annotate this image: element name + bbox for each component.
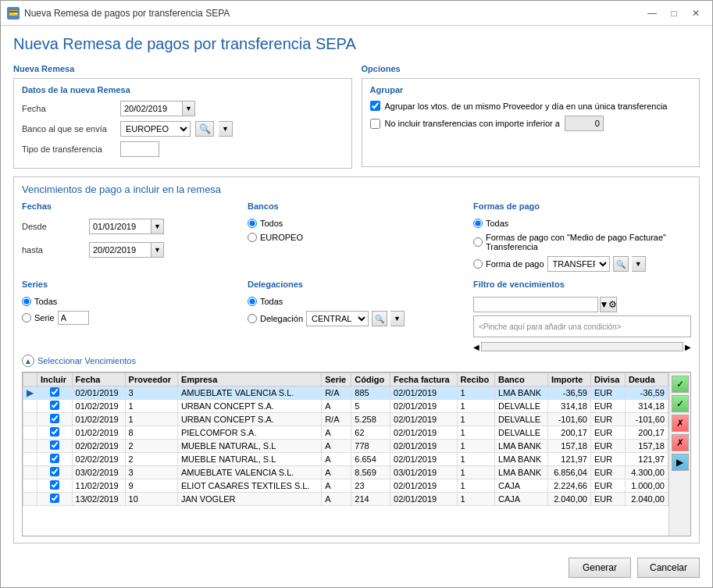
play-btn[interactable]: ▶ bbox=[672, 454, 689, 471]
agrupar-checkbox[interactable] bbox=[370, 101, 380, 111]
opciones-label: Opciones bbox=[362, 64, 701, 73]
filtro-combo: ▼⚙ bbox=[473, 297, 691, 312]
incluir-checkbox[interactable] bbox=[50, 401, 59, 410]
generar-button[interactable]: Generar bbox=[569, 558, 631, 578]
serie-radio[interactable] bbox=[22, 313, 31, 323]
title-bar-controls: — □ ✕ bbox=[642, 5, 706, 21]
forma-facturae-label: Formas de pago con "Medio de pago Factur… bbox=[486, 233, 691, 251]
serie-label: Serie bbox=[34, 313, 55, 323]
desde-input[interactable] bbox=[89, 219, 152, 234]
main-window: 💳 Nueva Remesa de pagos por transferenci… bbox=[0, 0, 713, 588]
incluir-checkbox[interactable] bbox=[50, 414, 59, 423]
vencimientos-table: Incluir Fecha Proveedor Empresa Serie Có… bbox=[23, 372, 668, 506]
table-row[interactable]: 01/02/20191URBAN CONCEPT S.A.A502/01/201… bbox=[23, 400, 668, 413]
col-divisa: Divisa bbox=[590, 373, 625, 387]
forma-pago-row: Forma de pago TRANSFER. 🔍 ▼ bbox=[473, 256, 691, 272]
deleg-search-btn[interactable]: 🔍 bbox=[372, 311, 387, 326]
scroll-left-btn[interactable]: ◀ bbox=[473, 343, 479, 351]
filtro-filter-btn[interactable]: ▼⚙ bbox=[600, 297, 617, 312]
maximize-button[interactable]: □ bbox=[664, 5, 684, 21]
forma-dropdown-btn[interactable]: ▼ bbox=[632, 256, 646, 272]
banco-dropdown-btn[interactable]: ▼ bbox=[219, 121, 233, 137]
table-row[interactable]: ▶02/01/20193AMUEBLATE VALENCIA S.L.R/A88… bbox=[23, 387, 668, 400]
deleg-label: Delegación bbox=[260, 314, 303, 323]
table-row[interactable]: 02/02/20192MUEBLE NATURAL, S.LA77802/01/… bbox=[23, 440, 668, 453]
hasta-input[interactable] bbox=[89, 242, 152, 258]
tipo-input[interactable] bbox=[120, 141, 159, 157]
desde-dropdown[interactable]: ▼ bbox=[152, 219, 164, 234]
deleg-dropdown-btn[interactable]: ▼ bbox=[390, 311, 405, 326]
table-row[interactable]: 02/02/20192MUEBLE NATURAL, S.LA6.65402/0… bbox=[23, 453, 668, 466]
serie-input[interactable] bbox=[58, 311, 89, 325]
col-serie: Serie bbox=[322, 373, 351, 387]
no-incluir-checkbox[interactable] bbox=[370, 119, 380, 129]
cancelar-button[interactable]: Cancelar bbox=[637, 558, 700, 578]
table-area: Incluir Fecha Proveedor Empresa Serie Có… bbox=[22, 372, 691, 536]
forma-facturae-radio[interactable] bbox=[473, 237, 483, 247]
deleg-todas-radio[interactable] bbox=[248, 297, 257, 306]
incluir-checkbox[interactable] bbox=[50, 454, 59, 463]
forma-todas-row: Todas bbox=[473, 219, 691, 228]
window-icon: 💳 bbox=[7, 7, 20, 20]
banco-todos-radio[interactable] bbox=[248, 219, 257, 228]
checkbox1-row: Agrupar los vtos. de un mismo Proveedor … bbox=[370, 101, 692, 111]
col-deuda: Deuda bbox=[625, 373, 668, 387]
check-all-btn[interactable]: ✓ bbox=[672, 376, 689, 393]
deleg-radio[interactable] bbox=[248, 314, 257, 323]
col-importe: Importe bbox=[547, 373, 590, 387]
series-group: Series Todas Serie bbox=[22, 280, 240, 351]
expand-icon: ▲ bbox=[22, 355, 34, 367]
forma-pago-select[interactable]: TRANSFER. bbox=[547, 256, 610, 272]
series-title: Series bbox=[22, 280, 240, 289]
uncheck-one-btn[interactable]: ✗ bbox=[672, 434, 689, 451]
forma-todas-radio[interactable] bbox=[473, 219, 483, 228]
banco-search-btn[interactable]: 🔍 bbox=[195, 121, 214, 137]
top-section: Nueva Remesa Datos de la nueva Remesa Fe… bbox=[13, 64, 700, 169]
scroll-right-btn[interactable]: ▶ bbox=[685, 343, 691, 351]
forma-facturae-row: Formas de pago con "Medio de pago Factur… bbox=[473, 233, 691, 251]
forma-search-btn[interactable]: 🔍 bbox=[613, 256, 629, 272]
fecha-input[interactable] bbox=[120, 101, 183, 116]
close-button[interactable]: ✕ bbox=[686, 5, 706, 21]
incluir-checkbox[interactable] bbox=[50, 387, 59, 397]
table-row[interactable]: 13/02/201910JAN VOGLERA21402/01/20191CAJ… bbox=[23, 493, 668, 506]
filtro-input[interactable] bbox=[473, 297, 598, 312]
serie-todas-radio[interactable] bbox=[22, 297, 31, 306]
desde-wrapper: ▼ bbox=[89, 219, 164, 234]
title-bar-left: 💳 Nueva Remesa de pagos por transferenci… bbox=[7, 7, 230, 20]
importe-min-input[interactable] bbox=[565, 116, 604, 131]
table-row[interactable]: 11/02/20199ELIOT CASARES TEXTILES S.L.A2… bbox=[23, 479, 668, 493]
uncheck-all-btn[interactable]: ✗ bbox=[672, 415, 689, 432]
incluir-checkbox[interactable] bbox=[50, 467, 59, 476]
col-codigo: Código bbox=[351, 373, 390, 387]
banco-select[interactable]: EUROPEO bbox=[120, 121, 191, 137]
formas-title: Formas de pago bbox=[473, 201, 691, 211]
banco-europeo-row: EUROPEO bbox=[248, 233, 465, 242]
filters-grid: Fechas Desde ▼ hasta ▼ bbox=[22, 201, 691, 273]
incluir-checkbox[interactable] bbox=[50, 427, 59, 437]
table-row[interactable]: 01/02/20198PIELCOMFOR S.A.A6202/01/20191… bbox=[23, 426, 668, 440]
table-row[interactable]: 03/02/20193AMUEBLATE VALENCIA S.L.A8.569… bbox=[23, 466, 668, 479]
opciones-panel: Opciones Agrupar Agrupar los vtos. de un… bbox=[362, 64, 701, 169]
check-one-btn[interactable]: ✓ bbox=[672, 395, 689, 412]
bottom-buttons: Generar Cancelar bbox=[13, 558, 700, 578]
incluir-checkbox[interactable] bbox=[50, 494, 59, 503]
filtro-hint[interactable]: <Pinche aquí para añadir una condición> bbox=[473, 315, 691, 337]
incluir-checkbox[interactable] bbox=[50, 440, 59, 450]
forma-pago-radio[interactable] bbox=[473, 259, 483, 269]
deleg-select[interactable]: CENTRAL bbox=[306, 311, 369, 326]
table-scroll[interactable]: Incluir Fecha Proveedor Empresa Serie Có… bbox=[23, 372, 668, 536]
content-area: Nueva Remesa de pagos por transferencia … bbox=[1, 26, 712, 587]
fecha-dropdown-btn[interactable]: ▼ bbox=[183, 101, 195, 116]
fechas-title: Fechas bbox=[22, 201, 240, 211]
col-recibo: Recibo bbox=[457, 373, 494, 387]
minimize-button[interactable]: — bbox=[642, 5, 662, 21]
fecha-label: Fecha bbox=[22, 104, 116, 113]
select-vencimientos-btn[interactable]: ▲ Seleccionar Vencimientos bbox=[22, 355, 691, 367]
incluir-checkbox[interactable] bbox=[50, 480, 59, 490]
hasta-dropdown[interactable]: ▼ bbox=[152, 242, 164, 258]
table-row[interactable]: 01/02/20191URBAN CONCEPT S.A.R/A5.25802/… bbox=[23, 413, 668, 426]
banco-europeo-label: EUROPEO bbox=[260, 233, 303, 242]
scroll-track[interactable] bbox=[481, 342, 683, 351]
banco-europeo-radio[interactable] bbox=[248, 233, 257, 242]
